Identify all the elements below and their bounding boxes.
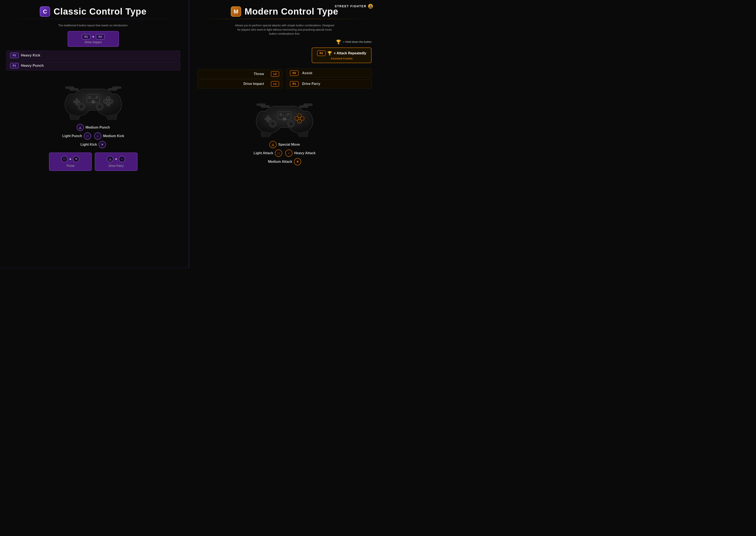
modern-right-controls: R2 🏆 + Attack Repeatedly Assisted Combo … xyxy=(287,48,372,88)
drive-impact-badge-L1: L1 xyxy=(271,81,279,86)
drive-impact-label: Drive Impact xyxy=(75,40,112,44)
throw-sq-icon: □ xyxy=(61,156,68,162)
classic-medium-kick: ○ Medium Kick xyxy=(94,132,124,140)
classic-divider xyxy=(6,19,180,19)
classic-header: C Classic Control Type xyxy=(6,6,180,17)
light-punch-label: Light Punch xyxy=(62,134,82,138)
drive-impact-label-modern: Drive Impact xyxy=(243,82,264,86)
classic-controller-svg: PS △ □ ○ ✕ xyxy=(61,77,125,120)
classic-light-punch: Light Punch □ xyxy=(62,132,91,140)
special-move-label: Special Move xyxy=(278,143,300,147)
classic-throw-combo: □ + ✕ Throw xyxy=(49,152,92,171)
assist-badge-R2: R2 xyxy=(290,70,299,76)
medium-kick-label: Medium Kick xyxy=(103,134,124,138)
svg-point-4 xyxy=(90,98,91,99)
classic-trigger-row-1: R1 Heavy Punch xyxy=(6,61,180,70)
svg-point-43 xyxy=(289,122,293,126)
classic-cross-row: Light Kick ✕ xyxy=(6,141,180,148)
modern-btn-map: △ Special Move Light Attack □ ○ Heavy At… xyxy=(198,141,372,165)
drive-parry-combo-icons: △ + ○ xyxy=(99,156,134,162)
svg-point-35 xyxy=(287,115,288,116)
assisted-combo-sub: Assisted Combo xyxy=(316,57,367,60)
svg-rect-11 xyxy=(74,101,80,103)
classic-triangle-row: △ Medium Punch xyxy=(6,124,180,131)
modern-assist-row: R2 Assist xyxy=(287,69,372,78)
classic-sq-circle-row: Light Punch □ ○ Medium Kick xyxy=(6,132,180,140)
classic-medium-punch: △ Medium Punch xyxy=(77,124,110,131)
svg-point-5 xyxy=(92,98,93,99)
modern-controller-svg: PS △ □ ○ ✕ xyxy=(253,94,317,137)
svg-text:△: △ xyxy=(107,98,109,100)
svg-point-41 xyxy=(271,122,275,126)
classic-bottom-combos: □ + ✕ Throw △ + ○ Drive Parry xyxy=(6,152,180,171)
circle-icon: ○ xyxy=(94,132,101,140)
modern-throw-row: Throw L2 xyxy=(198,70,283,79)
modern-circle-icon: ○ xyxy=(285,150,292,157)
svg-text:△: △ xyxy=(299,115,300,117)
heavy-attack-label: Heavy Attack xyxy=(294,151,316,155)
plus-sign-1: + xyxy=(92,35,94,39)
light-kick-label: Light Kick xyxy=(81,143,97,147)
svg-text:✕: ✕ xyxy=(299,120,300,122)
modern-triangle-icon: △ xyxy=(269,141,277,148)
modern-medium-attack: Medium Attack ✕ xyxy=(268,158,301,165)
parry-circle-icon: ○ xyxy=(119,156,125,162)
modern-cross-icon: ✕ xyxy=(294,158,301,165)
square-icon: □ xyxy=(84,132,91,140)
svg-rect-53 xyxy=(257,104,265,106)
svg-point-56 xyxy=(280,113,282,115)
modern-square-icon: □ xyxy=(275,150,282,157)
classic-trigger-controls: R2 Heavy Kick R1 Heavy Punch xyxy=(6,51,180,71)
trophy-icon: 🏆 xyxy=(336,39,341,45)
hold-note-text: = Hold down the button xyxy=(343,40,372,44)
svg-text:✕: ✕ xyxy=(107,103,109,105)
throw-x-icon: ✕ xyxy=(73,156,79,162)
svg-rect-39 xyxy=(265,118,271,120)
classic-trigger-badge-0: R2 xyxy=(10,52,19,58)
drive-parry-badge-R1: R1 xyxy=(290,81,299,86)
svg-point-7 xyxy=(95,98,96,99)
classic-trigger-row-0: R2 Heavy Kick xyxy=(6,51,180,60)
triangle-icon: △ xyxy=(77,124,84,131)
modern-left-controls: Throw L2 Drive Impact L1 xyxy=(198,48,283,88)
classic-controller: PS △ □ ○ ✕ xyxy=(59,75,127,122)
medium-punch-label: Medium Punch xyxy=(86,125,110,129)
drive-impact-btn2: R2 xyxy=(96,34,105,40)
page-layout: C Classic Control Type The traditional 6… xyxy=(0,0,378,268)
trophy-icon-2: 🏆 xyxy=(327,51,332,55)
svg-text:PS: PS xyxy=(283,118,286,120)
throw-plus: + xyxy=(69,157,71,161)
modern-top-controls: Throw L2 Drive Impact L1 R2 🏆 + A xyxy=(198,48,372,88)
classic-badge: C xyxy=(40,6,50,17)
throw-combo-icons: □ + ✕ xyxy=(53,156,88,162)
classic-panel: C Classic Control Type The traditional 6… xyxy=(0,0,189,268)
assist-label: Assist xyxy=(302,71,312,75)
modern-panel: M Modern Control Type Allows you to perf… xyxy=(189,0,378,268)
classic-trigger-badge-1: R1 xyxy=(10,63,19,68)
drive-parry-label: Drive Parry xyxy=(99,164,134,167)
drive-impact-combo-row: R1 + R2 xyxy=(75,34,112,40)
svg-point-57 xyxy=(287,113,289,115)
modern-special-move: △ Special Move xyxy=(269,141,300,148)
assisted-R2-badge: R2 xyxy=(317,50,326,56)
classic-trigger-label-1: Heavy Punch xyxy=(21,63,44,68)
modern-drive-impact-row: Drive Impact L1 xyxy=(198,79,283,88)
classic-drive-parry-combo: △ + ○ Drive Parry xyxy=(95,152,138,171)
svg-point-28 xyxy=(88,96,91,98)
classic-title: Classic Control Type xyxy=(53,6,147,17)
drive-impact-combo-box: R1 + R2 Drive Impact xyxy=(68,31,119,47)
modern-sq-circle-row: Light Attack □ ○ Heavy Attack xyxy=(198,150,372,157)
svg-text:□: □ xyxy=(105,100,106,103)
classic-btn-map: △ Medium Punch Light Punch □ ○ Medium Ki… xyxy=(6,124,180,148)
modern-header: M Modern Control Type xyxy=(198,6,372,17)
modern-title: Modern Control Type xyxy=(245,6,338,17)
cross-icon: ✕ xyxy=(99,141,106,148)
svg-text:○: ○ xyxy=(110,100,112,103)
svg-point-29 xyxy=(96,96,98,98)
hold-note: 🏆 = Hold down the button xyxy=(336,39,372,45)
throw-badge-L2: L2 xyxy=(271,71,279,77)
svg-rect-55 xyxy=(304,104,312,106)
modern-controller: PS △ □ ○ ✕ xyxy=(250,92,319,139)
assisted-combo-row: R2 🏆 + Attack Repeatedly xyxy=(316,50,367,56)
assisted-combo-box: R2 🏆 + Attack Repeatedly Assisted Combo xyxy=(312,48,372,63)
